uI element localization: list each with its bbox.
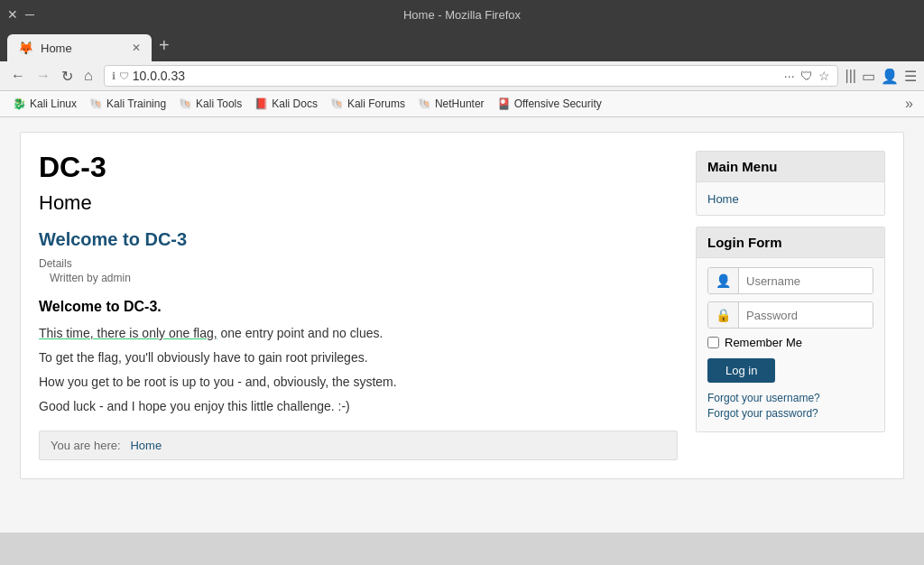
- forward-button[interactable]: →: [32, 66, 54, 86]
- main-menu-home-link[interactable]: Home: [707, 192, 739, 206]
- address-info-icon: ℹ: [112, 70, 116, 82]
- paragraph1-rest: one entry point and no clues.: [217, 326, 383, 340]
- minimize-button[interactable]: ─: [25, 7, 34, 22]
- address-actions: ··· 🛡 ☆: [784, 69, 830, 83]
- login-form-body: 👤 🔒 Remember Me Log in Forgot yo: [697, 258, 884, 431]
- site-title: DC-3: [39, 151, 678, 184]
- details-label: Details: [39, 257, 678, 270]
- login-button[interactable]: Log in: [707, 358, 775, 383]
- active-tab[interactable]: 🦊 Home ✕: [7, 34, 152, 61]
- article-title: Welcome to DC-3: [39, 229, 678, 250]
- bookmark-kali-forums[interactable]: 🐚 Kali Forums: [325, 96, 411, 112]
- bookmarks-bar: 🐉 Kali Linux 🐚 Kali Training 🐚 Kali Tool…: [0, 91, 924, 117]
- page-heading: Home: [39, 191, 678, 215]
- address-shield-icon: 🛡: [119, 70, 129, 81]
- bookmarks-more-button[interactable]: »: [901, 94, 917, 114]
- main-menu-body: Home: [697, 182, 884, 215]
- close-button[interactable]: ✕: [7, 7, 18, 22]
- username-input[interactable]: [739, 269, 873, 293]
- sidebar: Main Menu Home Login Form 👤 🔒: [696, 151, 885, 460]
- password-input[interactable]: [739, 303, 873, 328]
- forgot-password-link[interactable]: Forgot your password?: [707, 407, 873, 420]
- kali-linux-icon: 🐉: [13, 97, 26, 110]
- article-paragraph3: How you get to be root is up to you - an…: [39, 373, 678, 392]
- library-icon[interactable]: |||: [845, 68, 856, 84]
- breadcrumb-label: You are here:: [51, 439, 121, 452]
- article-paragraph4: Good luck - and I hope you enjoy this li…: [39, 397, 678, 416]
- login-form-header: Login Form: [697, 227, 884, 258]
- username-input-wrapper: 👤: [707, 267, 873, 294]
- article-paragraph1: This time, there is only one flag, one e…: [39, 324, 678, 343]
- title-bar-controls[interactable]: ✕ ─: [7, 7, 34, 22]
- password-icon: 🔒: [708, 302, 739, 328]
- main-menu-box: Main Menu Home: [696, 151, 885, 216]
- remember-me-row: Remember Me: [707, 336, 873, 349]
- breadcrumb-home-link[interactable]: Home: [130, 439, 162, 452]
- kali-docs-icon: 📕: [254, 97, 268, 110]
- bookmark-label: Kali Forums: [347, 97, 405, 110]
- highlight-text: This time, there is only one flag,: [39, 326, 217, 340]
- account-icon[interactable]: 👤: [881, 68, 899, 85]
- remember-me-label: Remember Me: [725, 336, 802, 349]
- title-bar: ✕ ─ Home - Mozilla Firefox: [0, 0, 924, 29]
- password-input-wrapper: 🔒: [707, 301, 873, 329]
- kali-training-icon: 🐚: [89, 97, 103, 110]
- tab-label: Home: [41, 42, 72, 55]
- written-by: Written by admin: [39, 272, 678, 284]
- tab-bar: 🦊 Home ✕ +: [0, 29, 924, 61]
- back-button[interactable]: ←: [7, 66, 29, 86]
- bookmark-kali-tools[interactable]: 🐚 Kali Tools: [173, 96, 247, 112]
- home-button[interactable]: ⌂: [80, 66, 97, 86]
- new-tab-button[interactable]: +: [159, 36, 170, 54]
- page-content: DC-3 Home Welcome to DC-3 Details Writte…: [0, 117, 924, 533]
- bookmark-label: NetHunter: [435, 97, 485, 110]
- bookmark-kali-docs[interactable]: 📕 Kali Docs: [249, 96, 323, 112]
- address-shield2-icon[interactable]: 🛡: [800, 69, 813, 83]
- article-body: This time, there is only one flag, one e…: [39, 324, 678, 416]
- offensive-security-icon: 🎴: [497, 97, 511, 110]
- bookmark-kali-linux[interactable]: 🐉 Kali Linux: [7, 96, 82, 112]
- main-content: DC-3 Home Welcome to DC-3 Details Writte…: [39, 151, 678, 460]
- bookmark-label: Kali Training: [106, 97, 166, 110]
- bookmark-offensive-security[interactable]: 🎴 Offensive Security: [492, 96, 607, 112]
- page-inner: DC-3 Home Welcome to DC-3 Details Writte…: [20, 132, 904, 479]
- login-form-box: Login Form 👤 🔒 Remember Me: [696, 227, 885, 432]
- username-icon: 👤: [708, 268, 739, 293]
- tab-favicon: 🦊: [18, 41, 33, 55]
- breadcrumb-bar: You are here: Home: [39, 431, 678, 460]
- browser-title: Home - Mozilla Firefox: [403, 8, 521, 22]
- address-bar-wrapper[interactable]: ℹ 🛡 ··· 🛡 ☆: [104, 65, 838, 87]
- remember-me-checkbox[interactable]: [707, 337, 719, 348]
- nav-right: ||| ▭ 👤 ☰: [845, 68, 917, 85]
- kali-tools-icon: 🐚: [179, 97, 192, 110]
- bookmark-label: Offensive Security: [514, 97, 602, 110]
- menu-icon[interactable]: ☰: [904, 68, 917, 85]
- nav-bar: ← → ↻ ⌂ ℹ 🛡 ··· 🛡 ☆ ||| ▭ 👤 ☰: [0, 61, 924, 91]
- reload-button[interactable]: ↻: [58, 66, 77, 87]
- sidebar-toggle-icon[interactable]: ▭: [862, 68, 875, 85]
- bookmark-label: Kali Tools: [196, 97, 242, 110]
- article-paragraph2: To get the flag, you'll obviously have t…: [39, 348, 678, 367]
- forgot-username-link[interactable]: Forgot your username?: [707, 392, 873, 404]
- article-heading: Welcome to DC-3.: [39, 299, 678, 315]
- main-menu-header: Main Menu: [697, 152, 884, 182]
- bookmark-label: Kali Docs: [272, 97, 318, 110]
- nethunter-icon: 🐚: [418, 97, 431, 110]
- address-more-icon[interactable]: ···: [784, 69, 795, 83]
- tab-close-button[interactable]: ✕: [132, 42, 141, 54]
- address-star-icon[interactable]: ☆: [818, 69, 830, 83]
- bookmark-kali-training[interactable]: 🐚 Kali Training: [84, 96, 171, 112]
- bookmark-label: Kali Linux: [30, 97, 77, 110]
- kali-forums-icon: 🐚: [330, 97, 344, 110]
- address-bar[interactable]: [133, 69, 781, 83]
- bookmark-nethunter[interactable]: 🐚 NetHunter: [412, 96, 490, 112]
